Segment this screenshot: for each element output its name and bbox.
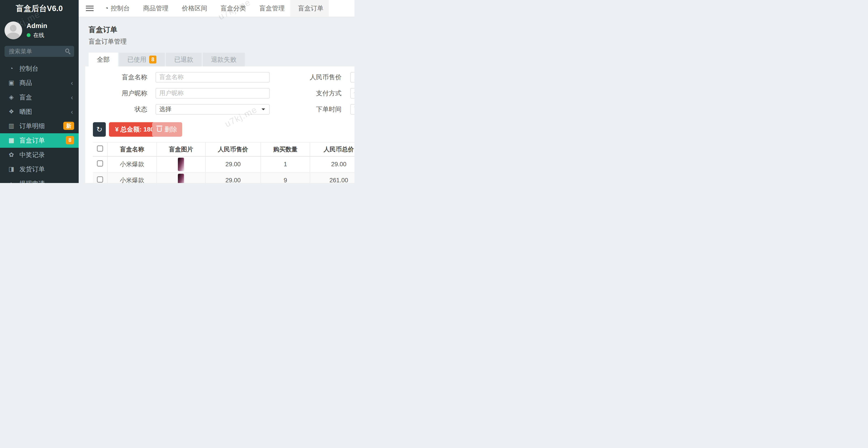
- top-nav-tab[interactable]: 商品管理: [135, 0, 174, 17]
- sidebar-item-icon: [7, 76, 16, 90]
- cell-total: 261.00: [310, 172, 354, 183]
- sidebar-item-label: 晒图: [20, 105, 32, 119]
- online-dot-icon: [27, 33, 31, 37]
- orders-table: 盲盒名称 盲盒图片 人民币售价 购买数量 人民币总价 用户昵称 用户头像 支付方…: [93, 142, 354, 183]
- product-image: [178, 174, 184, 183]
- top-nav-tab[interactable]: 控制台: [99, 0, 135, 17]
- order-time-label: 下单时间: [281, 104, 342, 115]
- orders-table-wrap: 盲盒名称 盲盒图片 人民币售价 购买数量 人民币总价 用户昵称 用户头像 支付方…: [93, 142, 354, 183]
- sidebar-item-icon: [7, 133, 16, 148]
- status-value: 选择: [159, 106, 172, 113]
- row-checkbox[interactable]: [97, 160, 103, 166]
- cell-qty: 9: [260, 172, 310, 183]
- filter-tab-label: 退款失败: [211, 53, 237, 66]
- price-label: 人民币售价: [281, 72, 342, 83]
- filter-tab[interactable]: 全部: [89, 53, 118, 66]
- select-all-checkbox[interactable]: [97, 146, 103, 152]
- filter-tab-label: 全部: [97, 53, 110, 66]
- sidebar-item[interactable]: 晒图 ‹: [0, 105, 79, 119]
- app-title: 盲盒后台V6.0: [0, 0, 79, 17]
- sidebar-item[interactable]: 商品 ‹: [0, 76, 79, 90]
- chevron-left-icon: ‹: [71, 76, 73, 90]
- box-name-label: 盲盒名称: [86, 72, 147, 83]
- page-header: 盲盒订单 盲盒订单管理: [79, 17, 354, 46]
- status-label: 状态: [86, 104, 147, 115]
- sidebar-item[interactable]: 盲盒订单 8: [0, 133, 79, 148]
- header-checkbox-cell: [93, 142, 107, 156]
- top-nav-tab[interactable]: 盲盒分类: [213, 0, 251, 17]
- top-navbar: 控制台商品管理价格区间盲盒分类盲盒管理盲盒订单 主页 清除缓存 A Admin: [79, 0, 354, 17]
- table-row: 小米爆款 29.00 1 29.00 151****2859 1 金币 2022…: [93, 156, 354, 172]
- sidebar: 盲盒后台V6.0 Admin 在线 控制台 商品 ‹: [0, 0, 79, 183]
- filter-tab[interactable]: 退款失败: [203, 53, 245, 66]
- top-nav-tab-label: 盲盒分类: [221, 0, 246, 17]
- user-avatar: [4, 22, 22, 39]
- app-root: 盲盒后台V6.0 Admin 在线 控制台 商品 ‹: [0, 0, 354, 183]
- sidebar-item[interactable]: 订单明细 新: [0, 119, 79, 133]
- delete-button[interactable]: 删除: [152, 122, 182, 137]
- header-box-name: 盲盒名称: [107, 142, 157, 156]
- filter-tab[interactable]: 已使用8: [119, 53, 165, 66]
- filter-tab[interactable]: 已退款: [166, 53, 202, 66]
- sidebar-item[interactable]: 盲盒 ‹: [0, 90, 79, 105]
- sidebar-item[interactable]: 控制台: [0, 61, 79, 76]
- table-toolbar: ↻ ¥ 总金额: 1806 删除 ↥: [93, 122, 354, 137]
- filter-tab-label: 已退款: [174, 53, 193, 66]
- sidebar-item-icon: [7, 119, 16, 133]
- header-box-image: 盲盒图片: [157, 142, 206, 156]
- filter-tab-label: 已使用: [127, 53, 146, 66]
- chevron-left-icon: ‹: [71, 105, 73, 119]
- sidebar-item-icon: [7, 90, 16, 105]
- sidebar-item[interactable]: 提现申请: [0, 177, 79, 183]
- top-nav-tab[interactable]: 价格区间: [174, 0, 213, 17]
- user-status: 在线: [27, 31, 47, 39]
- chevron-left-icon: ‹: [71, 90, 73, 105]
- filter-tab-badge: 8: [149, 56, 157, 63]
- top-nav-tab[interactable]: 盲盒管理: [252, 0, 290, 17]
- cell-box-image: [157, 156, 206, 172]
- top-nav-tab-label: 控制台: [111, 0, 130, 17]
- table-header-row: 盲盒名称 盲盒图片 人民币售价 购买数量 人民币总价 用户昵称 用户头像 支付方…: [93, 142, 354, 156]
- nick-input[interactable]: [156, 88, 270, 99]
- top-nav-tab-label: 盲盒订单: [298, 0, 323, 17]
- sidebar-item-label: 控制台: [20, 61, 38, 76]
- status-select[interactable]: 选择: [156, 104, 270, 115]
- sidebar-item-icon: [7, 61, 16, 76]
- nick-label: 用户昵称: [86, 88, 147, 99]
- top-nav-tabs: 控制台商品管理价格区间盲盒分类盲盒管理盲盒订单: [99, 0, 329, 17]
- sidebar-item[interactable]: 中奖记录: [0, 148, 79, 162]
- pay-method-select[interactable]: 选择: [350, 88, 354, 99]
- cell-checkbox: [93, 156, 107, 172]
- sidebar-item-icon: [7, 162, 16, 177]
- search-icon[interactable]: [65, 49, 69, 53]
- page-subtitle: 盲盒订单管理: [89, 37, 354, 46]
- cell-price: 29.00: [206, 156, 261, 172]
- sidebar-item-label: 订单明细: [20, 119, 45, 133]
- sidebar-item-label: 盲盒订单: [20, 133, 45, 148]
- table-header: 盲盒名称 盲盒图片 人民币售价 购买数量 人民币总价 用户昵称 用户头像 支付方…: [93, 142, 354, 156]
- filter-row-2: 用户昵称 支付方式 选择 商户订单号 付款时间: [85, 88, 354, 99]
- table-row: 小米爆款 29.00 9 261.00 138****9883 1 余额 202…: [93, 172, 354, 183]
- sidebar-item-badge: 新: [63, 122, 74, 130]
- price-min-input[interactable]: [350, 72, 354, 83]
- delete-label: 删除: [164, 125, 177, 134]
- order-time-input[interactable]: [350, 104, 354, 115]
- panel: 盲盒名称 人民币售价 - 购买数量 人民币总价 - 用户昵称: [85, 66, 354, 183]
- page-title: 盲盒订单: [89, 25, 354, 35]
- pay-method-label: 支付方式: [281, 88, 342, 99]
- sidebar-item-icon: [7, 148, 16, 162]
- cell-box-name: 小米爆款: [107, 156, 157, 172]
- sidebar-item[interactable]: 发货订单: [0, 162, 79, 177]
- top-nav-tab-label: 商品管理: [143, 0, 168, 17]
- refresh-button[interactable]: ↻: [93, 122, 105, 137]
- row-checkbox[interactable]: [97, 177, 103, 183]
- hamburger-menu-icon[interactable]: [86, 6, 94, 11]
- header-price: 人民币售价: [206, 142, 261, 156]
- sidebar-search-input[interactable]: [4, 46, 74, 57]
- top-nav-tab[interactable]: 盲盒订单: [290, 0, 329, 17]
- header-qty: 购买数量: [260, 142, 310, 156]
- top-nav-tab-label: 盲盒管理: [259, 0, 285, 17]
- box-name-input[interactable]: [156, 72, 270, 83]
- main-area: 控制台商品管理价格区间盲盒分类盲盒管理盲盒订单 主页 清除缓存 A Admin …: [79, 0, 354, 183]
- top-nav-tab-label: 价格区间: [182, 0, 207, 17]
